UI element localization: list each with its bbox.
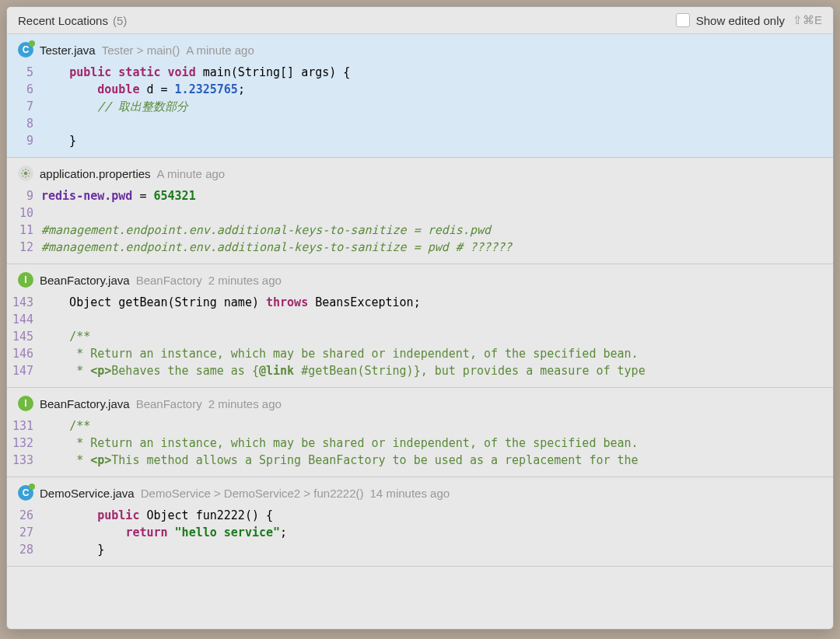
location-item[interactable]: application.propertiesA minute ago9redis… [7,158,833,264]
line-number: 143 [7,294,41,311]
line-number: 12 [7,239,41,256]
code-content [41,311,833,328]
location-item[interactable]: IBeanFactory.javaBeanFactory2 minutes ag… [7,264,833,388]
class-file-icon: C [18,42,33,58]
code-content: // 取出整数部分 [41,98,833,115]
code-line: 143 Object getBean(String name) throws B… [7,294,833,311]
code-line: 8 [7,115,833,132]
svg-point-0 [24,172,28,176]
line-number: 9 [7,132,41,149]
code-content: * <p>This method allows a Spring BeanFac… [41,452,833,469]
code-content: public static void main(String[] args) { [41,64,833,81]
line-number: 9 [7,187,41,204]
recent-locations-popup: Recent Locations (5) Show edited only ⇧⌘… [6,6,834,630]
code-line: 5 public static void main(String[] args)… [7,64,833,81]
code-line: 10 [7,204,833,222]
code-line: 144 [7,311,833,328]
header-title: Recent Locations [18,14,108,27]
file-name: BeanFactory.java [40,274,130,287]
line-number: 133 [7,452,41,469]
breadcrumb: BeanFactory [136,397,202,410]
code-line: 27 return "hello service"; [7,524,833,541]
code-content: #management.endpoint.env.additional-keys… [41,239,833,256]
file-name: DemoService.java [40,487,135,500]
line-number: 144 [7,311,41,328]
code-snippet: 26 public Object fun2222() {27 return "h… [7,504,833,566]
code-line: 6 double d = 1.2325765; [7,81,833,98]
code-content: redis-new.pwd = 654321 [41,187,833,204]
header-right: Show edited only ⇧⌘E [676,13,822,27]
code-snippet: 143 Object getBean(String name) throws B… [7,291,833,387]
line-number: 132 [7,435,41,452]
props-file-icon [18,166,33,181]
shortcut-hint: ⇧⌘E [793,13,822,27]
line-number: 131 [7,417,41,435]
code-line: 11#management.endpoint.env.additional-ke… [7,222,833,239]
location-item[interactable]: CDemoService.javaDemoService > DemoServi… [7,477,833,567]
interface-file-icon: I [18,272,33,288]
code-content [41,115,833,132]
show-edited-checkbox[interactable] [676,13,690,27]
code-line: 133 * <p>This method allows a Spring Bea… [7,452,833,469]
code-line: 26 public Object fun2222() { [7,507,833,524]
code-line: 147 * <p>Behaves the same as {@link #get… [7,362,833,379]
header-left: Recent Locations (5) [18,14,127,27]
line-number: 8 [7,115,41,132]
line-number: 10 [7,204,41,222]
timestamp: A minute ago [186,44,254,57]
line-number: 147 [7,362,41,379]
location-header[interactable]: CTester.javaTester > main()A minute ago [7,34,833,61]
code-snippet: 9redis-new.pwd = 6543211011#management.e… [7,184,833,264]
location-header[interactable]: IBeanFactory.javaBeanFactory2 minutes ag… [7,264,833,291]
breadcrumb: DemoService > DemoService2 > fun2222() [141,487,364,500]
code-content: * <p>Behaves the same as {@link #getBean… [41,362,833,379]
code-snippet: 131 /**132 * Return an instance, which m… [7,414,833,477]
file-name: BeanFactory.java [40,397,130,410]
timestamp: 2 minutes ago [208,274,282,287]
code-content: } [41,132,833,149]
line-number: 7 [7,98,41,115]
code-line: 9 } [7,132,833,149]
code-content: return "hello service"; [41,524,833,541]
interface-file-icon: I [18,396,33,411]
line-number: 6 [7,81,41,98]
code-line: 12#management.endpoint.env.additional-ke… [7,239,833,256]
code-line: 146 * Return an instance, which may be s… [7,345,833,362]
location-header[interactable]: CDemoService.javaDemoService > DemoServi… [7,477,833,504]
code-line: 145 /** [7,328,833,345]
code-content: Object getBean(String name) throws Beans… [41,294,833,311]
line-number: 5 [7,64,41,81]
location-item[interactable]: CTester.javaTester > main()A minute ago5… [7,34,833,158]
code-content: /** [41,328,833,345]
line-number: 26 [7,507,41,524]
breadcrumb: BeanFactory [136,274,202,287]
code-content: #management.endpoint.env.additional-keys… [41,222,833,239]
code-line: 132 * Return an instance, which may be s… [7,435,833,452]
locations-list[interactable]: CTester.javaTester > main()A minute ago5… [7,34,833,629]
class-file-icon: C [18,485,33,501]
line-number: 28 [7,541,41,558]
timestamp: A minute ago [157,167,226,180]
timestamp: 2 minutes ago [208,397,282,410]
show-edited-label[interactable]: Show edited only [696,14,785,27]
header-count: (5) [113,14,127,27]
code-content: /** [41,417,833,435]
location-header[interactable]: application.propertiesA minute ago [7,158,833,184]
line-number: 146 [7,345,41,362]
line-number: 145 [7,328,41,345]
line-number: 11 [7,222,41,239]
code-content: double d = 1.2325765; [41,81,833,98]
code-snippet: 5 public static void main(String[] args)… [7,61,833,157]
code-line: 9redis-new.pwd = 654321 [7,187,833,204]
breadcrumb: Tester > main() [102,44,180,57]
file-name: Tester.java [40,44,96,57]
code-content: } [41,541,833,558]
location-header[interactable]: IBeanFactory.javaBeanFactory2 minutes ag… [7,388,833,414]
line-number: 27 [7,524,41,541]
popup-header: Recent Locations (5) Show edited only ⇧⌘… [7,7,833,34]
code-line: 131 /** [7,417,833,435]
location-item[interactable]: IBeanFactory.javaBeanFactory2 minutes ag… [7,388,833,477]
code-content: public Object fun2222() { [41,507,833,524]
code-content [41,204,833,222]
code-content: * Return an instance, which may be share… [41,345,833,362]
